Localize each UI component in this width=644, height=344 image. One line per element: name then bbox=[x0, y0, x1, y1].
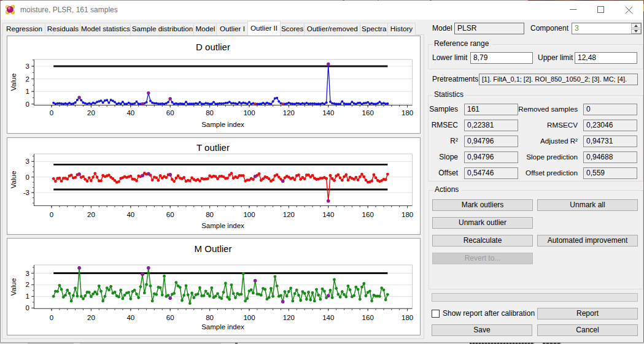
svg-text:100: 100 bbox=[243, 314, 255, 321]
svg-text:3: 3 bbox=[26, 270, 29, 277]
svg-text:0: 0 bbox=[26, 101, 29, 108]
svg-text:Sample index: Sample index bbox=[201, 222, 244, 229]
svg-text:0: 0 bbox=[26, 174, 29, 181]
svg-text:20: 20 bbox=[87, 211, 95, 218]
svg-text:1: 1 bbox=[26, 292, 29, 300]
svg-text:2: 2 bbox=[26, 75, 29, 83]
svg-text:20: 20 bbox=[87, 109, 95, 117]
svg-text:0: 0 bbox=[50, 109, 53, 117]
svg-text:100: 100 bbox=[243, 211, 255, 218]
svg-text:120: 120 bbox=[283, 109, 295, 117]
svg-text:0: 0 bbox=[50, 211, 53, 218]
svg-text:0: 0 bbox=[50, 314, 53, 321]
svg-text:Value: Value bbox=[10, 74, 17, 91]
svg-text:60: 60 bbox=[166, 211, 174, 218]
svg-text:Sample index: Sample index bbox=[201, 121, 244, 128]
svg-text:140: 140 bbox=[322, 314, 334, 321]
svg-text:120: 120 bbox=[283, 314, 295, 321]
svg-text:160: 160 bbox=[362, 314, 374, 321]
svg-text:1: 1 bbox=[26, 88, 29, 95]
svg-text:40: 40 bbox=[126, 211, 134, 218]
svg-text:Sample index: Sample index bbox=[201, 323, 244, 331]
svg-text:T outlier: T outlier bbox=[196, 142, 230, 153]
svg-text:80: 80 bbox=[206, 314, 214, 321]
svg-text:0: 0 bbox=[26, 304, 29, 312]
svg-text:3: 3 bbox=[26, 63, 29, 70]
svg-text:140: 140 bbox=[322, 211, 334, 218]
svg-text:160: 160 bbox=[362, 211, 374, 218]
svg-text:2: 2 bbox=[26, 281, 29, 288]
svg-text:180: 180 bbox=[402, 314, 413, 321]
svg-text:100: 100 bbox=[243, 109, 255, 117]
svg-text:60: 60 bbox=[166, 314, 174, 321]
svg-text:80: 80 bbox=[206, 211, 214, 218]
svg-text:40: 40 bbox=[126, 109, 134, 117]
svg-text:Value: Value bbox=[10, 171, 17, 189]
svg-text:20: 20 bbox=[87, 314, 95, 321]
svg-text:D outlier: D outlier bbox=[196, 42, 230, 52]
svg-text:140: 140 bbox=[322, 109, 334, 117]
svg-text:40: 40 bbox=[126, 314, 134, 321]
svg-text:80: 80 bbox=[206, 109, 214, 117]
svg-text:-3: -3 bbox=[23, 189, 29, 196]
svg-text:3: 3 bbox=[26, 158, 29, 165]
svg-text:M Outlier: M Outlier bbox=[195, 243, 232, 254]
svg-text:60: 60 bbox=[166, 109, 174, 117]
svg-text:180: 180 bbox=[402, 211, 413, 218]
svg-text:120: 120 bbox=[283, 211, 295, 218]
svg-text:Value: Value bbox=[10, 278, 17, 296]
